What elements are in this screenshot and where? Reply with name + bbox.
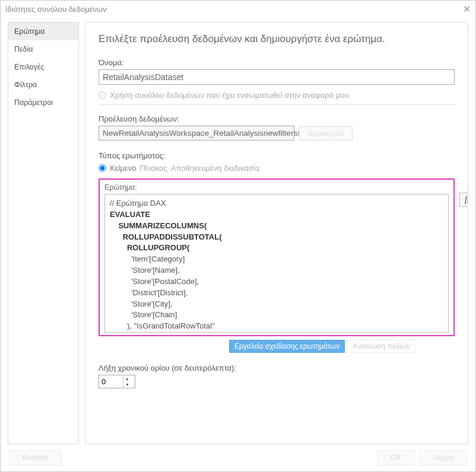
tab-query[interactable]: Ερώτημα — [8, 23, 78, 40]
main-panel: Επιλέξτε προέλευση δεδομένων και δημιουρ… — [85, 22, 468, 444]
dialog-title: Ιδιότητες συνόλου δεδομένων — [5, 5, 107, 14]
tab-filters[interactable]: Φίλτρα — [8, 76, 78, 94]
query-section-highlight: Ερώτημα: // Ερώτημα DAX EVALUATE SUMMARI… — [99, 178, 455, 336]
query-textarea[interactable]: // Ερώτημα DAX EVALUATE SUMMARIZECOLUMNS… — [104, 194, 449, 333]
embedded-radio-label: Χρήση συνόλου δεδομένων που έχει ενσωματ… — [110, 91, 351, 100]
dialog-footer: Βοήθεια OK Άκυρο — [1, 444, 475, 471]
sidebar: Ερώτημα Πεδία Επιλογές Φίλτρα Παράμετροι — [8, 22, 79, 444]
spinner-up-icon[interactable]: ▲ — [123, 376, 131, 382]
tab-fields[interactable]: Πεδία — [8, 40, 78, 58]
name-label: Όνομα: — [99, 58, 455, 67]
query-label: Ερώτημα: — [104, 183, 449, 192]
timeout-input[interactable] — [99, 375, 123, 388]
page-heading: Επιλέξτε προέλευση δεδομένων και δημιουρ… — [99, 33, 455, 45]
embedded-radio[interactable] — [99, 91, 106, 99]
help-button[interactable]: Βοήθεια — [9, 450, 62, 465]
datasource-select[interactable]: NewRetailAnalysisWorkspace_RetailAnalysi… — [99, 126, 294, 141]
embedded-dataset-option[interactable]: Χρήση συνόλου δεδομένων που έχει ενσωματ… — [99, 91, 455, 100]
querytype-table-label: Πίνακας — [139, 164, 167, 173]
refresh-fields-button[interactable]: Ανανέωση πεδίων — [347, 340, 415, 353]
datasource-value: NewRetailAnalysisWorkspace_RetailAnalysi… — [103, 129, 303, 138]
spinner-down-icon[interactable]: ▼ — [123, 382, 131, 388]
querytype-label: Τύπος ερωτήματος: — [99, 151, 455, 160]
tab-options[interactable]: Επιλογές — [8, 58, 78, 76]
datasource-label: Προέλευση δεδομένων: — [99, 114, 455, 123]
timeout-spinner[interactable]: ▲ ▼ — [99, 375, 135, 388]
query-designer-button[interactable]: Εργαλείο σχεδίασης ερωτημάτων — [229, 340, 345, 353]
dialog-body: Ερώτημα Πεδία Επιλογές Φίλτρα Παράμετροι… — [1, 17, 475, 444]
dataset-properties-dialog: Ιδιότητες συνόλου δεδομένων ✕ Ερώτημα Πε… — [0, 0, 476, 472]
titlebar: Ιδιότητες συνόλου δεδομένων ✕ — [1, 1, 475, 17]
dataset-name-input[interactable] — [99, 69, 455, 85]
query-type-row: Κείμενο Πίνακας Αποθηκευμένη διαδικασία — [99, 164, 455, 173]
cancel-button[interactable]: Άκυρο — [420, 450, 467, 465]
create-datasource-button[interactable]: Δημιουργία — [299, 126, 353, 141]
close-icon[interactable]: ✕ — [463, 4, 471, 15]
divider — [99, 104, 455, 105]
querytype-text-label: Κείμενο — [110, 164, 136, 173]
timeout-label: Λήξη χρονικού ορίου (σε δευτερόλεπτα): — [99, 363, 455, 372]
ok-button[interactable]: OK — [377, 450, 415, 465]
query-buttons-row: Εργαλείο σχεδίασης ερωτημάτων Ανανέωση π… — [99, 340, 455, 353]
tab-parameters[interactable]: Παράμετροι — [8, 94, 78, 111]
querytype-text-radio[interactable] — [99, 164, 106, 172]
expression-fx-button[interactable]: fx — [459, 193, 468, 207]
querytype-sp-label: Αποθηκευμένη διαδικασία — [171, 164, 259, 173]
